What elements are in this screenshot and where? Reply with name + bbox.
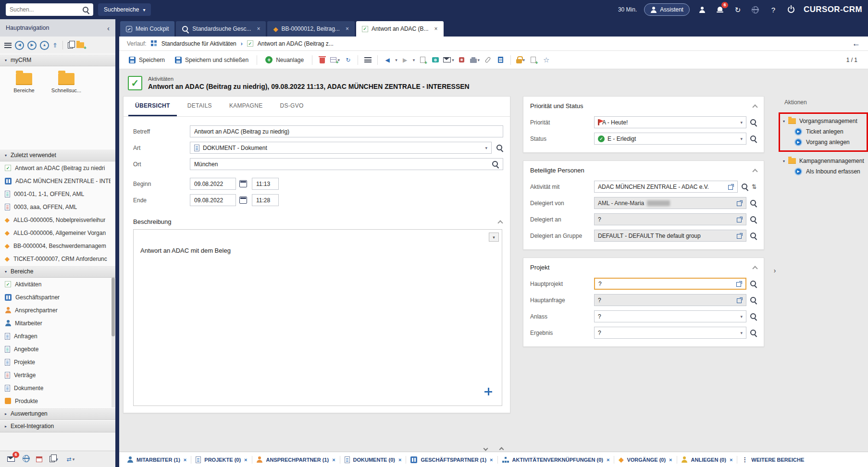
- logout-button[interactable]: [786, 4, 796, 15]
- sidebar-item-vertraege[interactable]: Verträge: [0, 369, 111, 381]
- history-back-icon[interactable]: ←: [852, 39, 860, 49]
- lookup-icon[interactable]: [750, 313, 757, 320]
- stamp-button[interactable]: [457, 54, 467, 66]
- action-ticket-anlegen[interactable]: ▶ Ticket anlegen: [783, 126, 866, 137]
- tab-bb-0000012[interactable]: ◆ BB-0000012, Beitrag... ×: [267, 21, 354, 37]
- close-tab-icon[interactable]: ×: [346, 25, 349, 32]
- shortcut-bereiche[interactable]: Bereiche: [9, 73, 39, 93]
- recent-item[interactable]: ✓Antwort an ADAC (Beitrag zu niedri: [0, 161, 115, 174]
- action-group-kampagnenmanagement[interactable]: ▾ Kampagnenmanagement: [783, 156, 868, 166]
- refresh-session-button[interactable]: ↻: [732, 4, 743, 15]
- close-tab-icon[interactable]: ×: [257, 25, 260, 32]
- lock-button[interactable]: ▾: [515, 54, 526, 66]
- close-tab-icon[interactable]: ×: [669, 457, 672, 463]
- open-record-icon[interactable]: [728, 184, 734, 190]
- recent-item[interactable]: ◆ALLG-0000005, Nobelpreisverleihur: [0, 213, 115, 226]
- breadcrumb-item-current[interactable]: Antwort an ADAC (Beitrag z...: [258, 40, 334, 47]
- action-group-vorgangsmanagement[interactable]: ▾ Vorgangsmanagement: [783, 116, 866, 126]
- bottom-tab-anliegen[interactable]: ANLIEGEN (0)×: [682, 456, 733, 463]
- assistant-button[interactable]: Assistent: [644, 3, 690, 16]
- close-tab-icon[interactable]: ×: [398, 457, 401, 463]
- lookup-icon[interactable]: [750, 119, 757, 126]
- tab-antwort-adac[interactable]: ✓ Antwort an ADAC (B... ×: [356, 21, 444, 37]
- bottom-tab-dokumente[interactable]: DOKUMENTE (0)×: [345, 456, 402, 463]
- bottom-tab-weitere-bereiche[interactable]: ⋮WEITERE BEREICHE: [742, 456, 804, 463]
- move-icon[interactable]: [484, 388, 492, 397]
- sidebar-item-mitarbeiter[interactable]: Mitarbeiter: [0, 317, 111, 330]
- menu-button[interactable]: [362, 54, 373, 66]
- search-areas-button[interactable]: Suchbereiche ▾: [98, 3, 151, 16]
- sidebar-section-auswertungen[interactable]: ▸ Auswertungen: [0, 407, 115, 420]
- close-tab-icon[interactable]: ×: [490, 457, 493, 463]
- calendar-icon[interactable]: [239, 197, 247, 204]
- nav-up-button[interactable]: ▲: [40, 41, 49, 50]
- collapse-icon[interactable]: [497, 220, 503, 225]
- menu-icon[interactable]: [4, 43, 12, 48]
- delete-button[interactable]: [317, 54, 327, 66]
- favorite-button[interactable]: ☆: [541, 54, 552, 66]
- editor-options-button[interactable]: ▾: [489, 233, 499, 242]
- beginn-date-field[interactable]: [190, 178, 236, 190]
- lookup-icon[interactable]: [492, 160, 499, 168]
- sidebar-section-mycrm[interactable]: ▾ myCRM: [0, 54, 115, 66]
- report-button[interactable]: [496, 54, 506, 66]
- scrollbar[interactable]: [112, 278, 115, 407]
- aktivitaet-mit-field[interactable]: ADAC MÜNCHEN ZENTRALE - ADAC e.V.: [594, 181, 738, 193]
- bottom-tab-mitarbeiter[interactable]: MITARBEITER (1)×: [127, 456, 186, 463]
- collapse-actions-panel-button[interactable]: ›: [771, 267, 779, 274]
- tab-standardsuche[interactable]: Standardsuche Gesc... ×: [176, 21, 266, 37]
- sidebar-item-projekte[interactable]: Projekte: [0, 356, 111, 369]
- chevron-down-icon[interactable]: ▾: [740, 331, 743, 335]
- user-profile-button[interactable]: [697, 4, 707, 15]
- previous-record-button[interactable]: ◀: [382, 54, 393, 66]
- lookup-icon[interactable]: [750, 199, 757, 207]
- email-button[interactable]: 6: [6, 454, 16, 465]
- betreff-field[interactable]: [190, 125, 503, 137]
- sidebar-item-ansprechpartner[interactable]: Ansprechpartner: [0, 304, 111, 317]
- beginn-time-input[interactable]: [256, 181, 274, 187]
- anlass-field[interactable]: ? ▾: [594, 310, 746, 322]
- email-button[interactable]: ▾: [443, 54, 454, 66]
- bottom-tab-projekte[interactable]: PROJEKTE (0)×: [196, 456, 247, 463]
- tab-details[interactable]: DETAILS: [181, 97, 219, 116]
- global-search[interactable]: [6, 3, 93, 16]
- shortcut-schnellsuche[interactable]: Schnellsuc...: [51, 73, 82, 93]
- recent-item[interactable]: 0003, aaa, OFFEN, AML: [0, 200, 115, 213]
- web-button[interactable]: [23, 455, 30, 464]
- export-button[interactable]: ▾: [49, 454, 59, 465]
- lookup-icon[interactable]: [750, 135, 757, 142]
- ende-time-input[interactable]: [256, 197, 274, 204]
- open-record-icon[interactable]: [737, 233, 743, 239]
- sync-button[interactable]: ⇄▾: [65, 454, 76, 465]
- hauptanfrage-field[interactable]: ?: [594, 294, 746, 306]
- close-tab-icon[interactable]: ×: [730, 457, 732, 463]
- tab-mein-cockpit[interactable]: Mein Cockpit: [120, 21, 174, 37]
- tab-kampagne[interactable]: KAMPAGNE: [223, 97, 270, 116]
- copy-record-button[interactable]: ▾: [330, 54, 340, 66]
- chevron-down-icon[interactable]: ▾: [485, 146, 487, 150]
- bottom-tab-ansprechpartner[interactable]: ANSPRECHPARTNER (1)×: [257, 456, 335, 463]
- open-record-icon[interactable]: [737, 217, 743, 222]
- new-record-button[interactable]: + Neuanlage: [261, 54, 308, 65]
- chevron-down-icon[interactable]: ▾: [740, 120, 743, 125]
- tab-uebersicht[interactable]: ÜBERSICHT: [128, 97, 177, 116]
- ende-date-input[interactable]: [194, 197, 232, 204]
- recent-item[interactable]: ADAC MÜNCHEN ZENTRALE - INTE: [0, 174, 115, 187]
- sidebar-section-zuletzt-verwendet[interactable]: ▾ Zuletzt verwendet: [0, 149, 115, 161]
- chevron-down-icon[interactable]: ▾: [413, 58, 415, 62]
- new-folder-icon[interactable]: [76, 42, 84, 48]
- close-tab-icon[interactable]: ×: [332, 457, 335, 463]
- nav-back-button[interactable]: ◀: [15, 41, 24, 50]
- bottom-tab-vorgaenge[interactable]: ◆VORGÄNGE (0)×: [619, 456, 672, 463]
- sidebar-item-aktivitaeten[interactable]: ✓Aktivitäten: [0, 278, 111, 291]
- global-search-input[interactable]: [10, 6, 79, 13]
- save-close-button[interactable]: Speichern und schließen: [171, 55, 252, 65]
- recent-item[interactable]: ◆ALLG-0000006, Allgemeiner Vorgan: [0, 226, 115, 239]
- action-als-inbound-erfassen[interactable]: ▶ Als Inbound erfassen: [783, 166, 868, 177]
- attachment-button[interactable]: [483, 54, 493, 66]
- calendar-icon[interactable]: [239, 180, 247, 187]
- ende-date-field[interactable]: [190, 194, 236, 206]
- sidebar-section-excel-integration[interactable]: ▸ Excel-Integration: [0, 420, 115, 432]
- close-tab-icon[interactable]: ×: [244, 457, 247, 463]
- beginn-date-input[interactable]: [194, 181, 232, 187]
